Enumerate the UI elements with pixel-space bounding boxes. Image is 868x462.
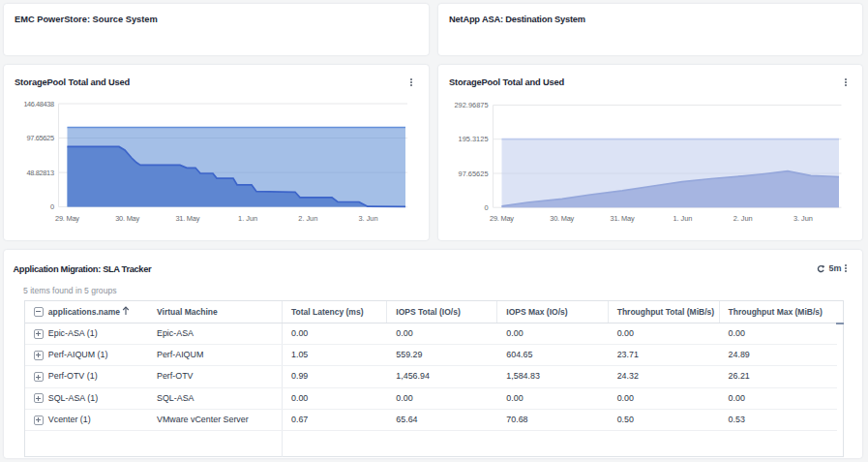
svg-text:29. May: 29. May (55, 214, 79, 223)
svg-text:31. May: 31. May (611, 214, 635, 223)
svg-text:1. Jun: 1. Jun (238, 214, 257, 223)
svg-text:2. Jun: 2. Jun (298, 214, 317, 223)
svg-text:3. Jun: 3. Jun (359, 214, 378, 223)
svg-text:97.65625: 97.65625 (27, 134, 55, 142)
svg-text:29. May: 29. May (490, 214, 514, 223)
svg-text:48.82813: 48.82813 (27, 169, 55, 177)
svg-text:0: 0 (50, 202, 54, 211)
svg-text:146.48438: 146.48438 (23, 100, 54, 108)
svg-text:30. May: 30. May (115, 214, 139, 223)
svg-text:3. Jun: 3. Jun (793, 214, 813, 223)
svg-text:2. Jun: 2. Jun (733, 214, 753, 223)
svg-text:31. May: 31. May (175, 214, 199, 223)
svg-text:292.96875: 292.96875 (455, 101, 489, 109)
svg-text:195.3125: 195.3125 (459, 135, 489, 143)
svg-text:0: 0 (484, 203, 488, 212)
svg-text:30. May: 30. May (550, 214, 574, 223)
svg-text:97.65625: 97.65625 (459, 169, 489, 178)
svg-text:1. Jun: 1. Jun (673, 214, 692, 223)
